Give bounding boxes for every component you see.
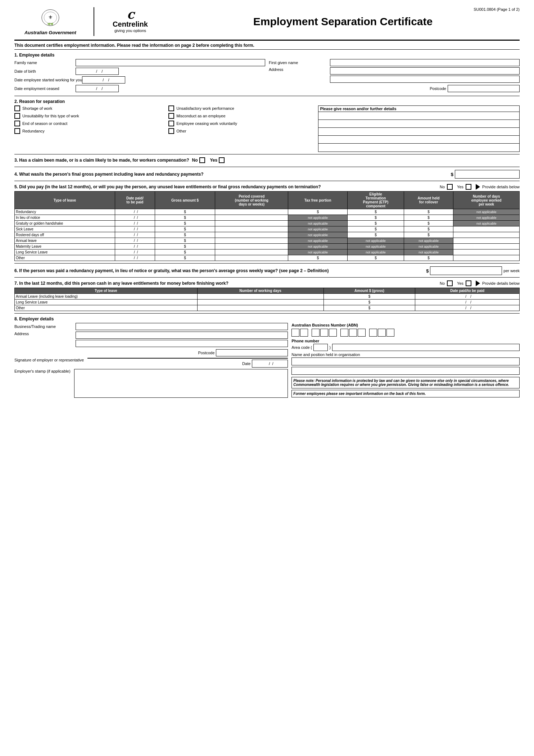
col-working-days: Number of working days: [197, 288, 323, 294]
workers-comp-yes-checkbox[interactable]: [219, 157, 225, 163]
header-divider: [94, 7, 94, 36]
reason-detail-line3[interactable]: [318, 128, 519, 136]
abn-box5[interactable]: [329, 329, 337, 337]
reason-unsuitability-checkbox[interactable]: [14, 113, 20, 119]
dob-input[interactable]: / /: [76, 68, 119, 75]
date-label: Date: [242, 361, 250, 366]
abn-box9[interactable]: [369, 329, 377, 337]
abn-box1[interactable]: [291, 329, 299, 337]
section-weekly-wage: 6. If the person was paid a redundancy p…: [14, 266, 520, 278]
name-pos-input[interactable]: [291, 357, 520, 365]
table-row: Other / / $ $ $ $: [15, 255, 520, 261]
postcode-input[interactable]: [448, 85, 520, 92]
col-date: Date paid/to be paid: [115, 192, 155, 209]
section3-yes: Yes: [210, 157, 227, 163]
ceased-input[interactable]: / /: [76, 85, 119, 92]
section-employee-details: 1. Employee details Family name Date of …: [14, 53, 520, 96]
started-input[interactable]: / /: [82, 76, 125, 84]
abn-box2[interactable]: [300, 329, 308, 337]
table-row: Long Service Leave / / $ not applicable …: [15, 249, 520, 255]
abn-box4[interactable]: [320, 329, 328, 337]
section5-text: 5. Did you pay (in the last 12 months), …: [14, 184, 436, 189]
postcode-label: Postcode: [430, 86, 446, 91]
centrelink-logo-icon: 𝐂: [127, 11, 134, 20]
section5-no-label: No: [440, 185, 445, 189]
notice2-text: Former employees please see important in…: [293, 392, 426, 396]
abn-box3[interactable]: [312, 329, 320, 337]
notice1-text: Please note: Personal information is pro…: [293, 379, 509, 387]
section-final-payment: 4. What was/is the person's final gross …: [14, 170, 520, 181]
stamp-input[interactable]: [74, 369, 288, 398]
abn-box10[interactable]: [378, 329, 386, 337]
ceased-label: Date employment ceased: [14, 86, 76, 91]
reason-misconduct: Misconduct as an employee: [168, 113, 315, 119]
section7-no-checkbox[interactable]: [447, 280, 453, 286]
abn-box8[interactable]: [358, 329, 366, 337]
workers-comp-no-checkbox[interactable]: [199, 157, 205, 163]
address-line2-input[interactable]: [330, 76, 520, 83]
section5-arrow-icon: [476, 184, 480, 190]
section7-yes-checkbox[interactable]: [466, 280, 471, 286]
business-name-input[interactable]: [76, 323, 288, 330]
section1-title: 1. Employee details: [14, 53, 520, 58]
reason-shortage-checkbox[interactable]: [14, 105, 20, 111]
reason-detail-line5[interactable]: [318, 144, 519, 152]
reason-other-checkbox[interactable]: [168, 128, 174, 134]
col-gross: Gross amount $: [155, 192, 215, 209]
employer-postcode-input[interactable]: [216, 349, 288, 356]
employer-address2-input[interactable]: [76, 340, 288, 347]
gov-branding: ⚜ 🌿🌿 Australian Government: [14, 8, 86, 35]
notice-box2: Former employees please see important in…: [291, 390, 520, 397]
section7-arrow-icon: [476, 280, 480, 286]
col-days: Number of daysemployee workedper week: [453, 192, 520, 209]
col-date-paid: Date paid/to be paid: [415, 288, 520, 294]
family-name-input[interactable]: [76, 59, 265, 66]
table-row: In lieu of notice / / $ not applicable $…: [15, 215, 520, 221]
section-workers-comp: 3. Has a claim been made, or is a claim …: [14, 157, 520, 167]
reason-detail-line1[interactable]: [318, 112, 519, 120]
section7-text: 7. In the last 12 months, did this perso…: [14, 281, 436, 286]
section4-text: 4. What was/is the person's final gross …: [14, 172, 444, 177]
section5-no-checkbox[interactable]: [447, 184, 453, 190]
reason-season-checkbox[interactable]: [14, 121, 20, 126]
abn-box6[interactable]: [340, 329, 348, 337]
col-etp: EligibleTerminationPayment (ETP)componen…: [348, 192, 404, 209]
col-rollover: Amount heldfor rollover: [404, 192, 453, 209]
date-input[interactable]: / /: [252, 360, 288, 368]
section7-yes-label: Yes: [457, 281, 463, 285]
section7-provide-label: Provide details below: [482, 281, 520, 285]
reason-redundancy: Redundancy: [14, 128, 161, 134]
reason-detail-line2[interactable]: [318, 120, 519, 128]
phone-label: Phone number: [291, 339, 520, 343]
centrelink-subtitle: giving you options: [114, 28, 146, 33]
sig-input[interactable]: [87, 358, 288, 359]
name-pos-input2[interactable]: [291, 367, 520, 375]
reason-redundancy-checkbox[interactable]: [14, 128, 20, 134]
area-code-close: ): [329, 345, 331, 350]
weekly-wage-input[interactable]: [430, 266, 502, 275]
reason-performance-checkbox[interactable]: [168, 105, 174, 111]
intro-text: This document certifies employment infor…: [14, 43, 520, 50]
section4-dollar: $: [451, 172, 453, 177]
first-name-input[interactable]: [330, 59, 520, 66]
section7-no-label: No: [440, 281, 445, 285]
reason-voluntary-checkbox[interactable]: [168, 121, 174, 126]
address-line1-input[interactable]: [330, 67, 520, 75]
section-leave-payment: 5. Did you pay (in the last 12 months), …: [14, 184, 520, 264]
reason-detail-line4[interactable]: [318, 136, 519, 144]
employer-address1-input[interactable]: [76, 332, 288, 339]
abn-box7[interactable]: [349, 329, 357, 337]
page-header: SU001.0804 (Page 1 of 2) ⚜ 🌿🌿 Australian…: [14, 7, 520, 41]
area-code-input[interactable]: [313, 344, 328, 351]
final-payment-input[interactable]: [455, 170, 520, 179]
col-type: Type of leave: [15, 192, 115, 209]
reason-misconduct-checkbox[interactable]: [168, 113, 174, 119]
phone-input[interactable]: [332, 344, 520, 351]
abn-box11[interactable]: [386, 329, 394, 337]
address-label: Address: [269, 67, 330, 72]
section-cash-leave: 7. In the last 12 months, did this perso…: [14, 280, 520, 314]
reason-shortage: Shortage of work: [14, 105, 161, 111]
centrelink-name: Centrelink: [113, 20, 148, 28]
reason-other: Other: [168, 128, 315, 134]
section5-yes-checkbox[interactable]: [466, 184, 471, 190]
